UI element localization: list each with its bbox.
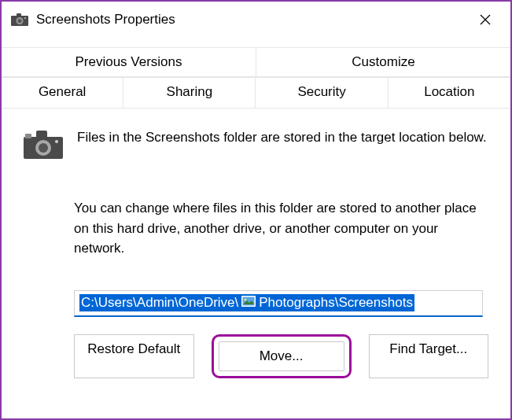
pictures-icon: [241, 295, 256, 311]
move-button[interactable]: Move...: [219, 341, 344, 371]
intro-row: Files in the Screenshots folder are stor…: [24, 127, 488, 160]
tab-row-2: General Sharing Security Location: [2, 77, 510, 109]
window-title: Screenshots Properties: [36, 12, 470, 28]
path-selection: C:\Users\Admin\OneDrive\ Photographs\Scr…: [79, 294, 414, 311]
tab-general[interactable]: General: [2, 77, 123, 108]
camera-icon: [24, 129, 63, 160]
svg-point-12: [55, 140, 58, 143]
tab-row-1: Previous Versions Customize: [2, 47, 510, 77]
svg-rect-1: [17, 13, 21, 17]
tab-customize[interactable]: Customize: [256, 48, 510, 76]
svg-point-15: [245, 298, 247, 300]
tab-sharing[interactable]: Sharing: [123, 77, 256, 108]
tab-security[interactable]: Security: [256, 77, 388, 108]
svg-point-11: [39, 143, 48, 153]
titlebar: Screenshots Properties: [2, 2, 510, 38]
find-target-button[interactable]: Find Target...: [369, 334, 489, 378]
path-seg-1: C:\Users\Admin\OneDrive\: [81, 295, 238, 311]
restore-default-button[interactable]: Restore Default: [74, 334, 194, 378]
tab-location[interactable]: Location: [389, 77, 510, 108]
close-icon: [480, 14, 491, 25]
button-row: Restore Default Move... Find Target...: [74, 334, 488, 378]
svg-point-3: [18, 19, 22, 23]
tab-previous-versions[interactable]: Previous Versions: [2, 48, 256, 76]
move-highlight: Move...: [212, 334, 352, 378]
intro-text: Files in the Screenshots folder are stor…: [77, 127, 487, 148]
svg-rect-9: [25, 134, 31, 138]
tab-content: Files in the Screenshots folder are stor…: [2, 109, 510, 378]
svg-point-4: [24, 17, 26, 19]
close-button[interactable]: [470, 4, 501, 35]
camera-icon: [11, 13, 28, 27]
description-text: You can change where files in this folde…: [74, 198, 488, 259]
svg-rect-8: [36, 131, 47, 138]
target-path-input[interactable]: C:\Users\Admin\OneDrive\ Photographs\Scr…: [74, 290, 483, 317]
path-seg-2: Photographs\Screenshots: [259, 295, 413, 311]
